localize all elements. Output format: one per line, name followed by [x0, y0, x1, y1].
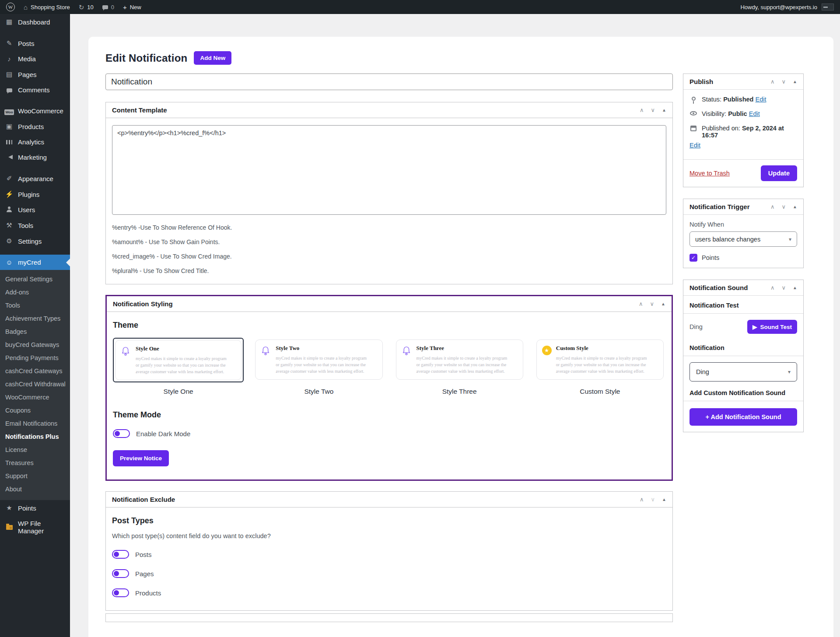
move-up-icon[interactable]: ∧ — [770, 78, 775, 85]
sidebar-item-woocommerce[interactable]: WooWooCommerce — [0, 103, 70, 119]
sidebar-item-license[interactable]: License — [0, 443, 70, 456]
collapse-icon[interactable]: ▲ — [793, 204, 797, 209]
sidebar-item-coupons[interactable]: Coupons — [0, 404, 70, 417]
content-template-textarea[interactable]: <p>%entry%</p><h1>%cred_f%</h1> — [112, 125, 666, 215]
sidebar-item-media[interactable]: ♪Media — [0, 51, 70, 66]
sidebar-item-add-ons[interactable]: Add-ons — [0, 286, 70, 299]
theme-cards: Style One myCred makes it simple to crea… — [113, 338, 665, 382]
move-down-icon[interactable]: ∨ — [651, 496, 655, 503]
theme-heading: Theme — [113, 321, 665, 330]
sidebar-item-tools[interactable]: ⚒Tools — [0, 217, 70, 233]
exclude-posts-toggle[interactable] — [112, 550, 129, 559]
comments-icon — [102, 5, 108, 9]
move-down-icon[interactable]: ∨ — [782, 78, 786, 85]
move-up-icon[interactable]: ∧ — [639, 301, 643, 307]
theme-card-labels: Style One Style Two Style Three Custom S… — [113, 388, 665, 396]
sidebar-item-about[interactable]: About — [0, 483, 70, 496]
sidebar-item-posts[interactable]: ✎Posts — [0, 35, 70, 51]
sidebar-item-pending-payments[interactable]: Pending Payments — [0, 351, 70, 364]
sidebar-item-comments[interactable]: Comments — [0, 82, 70, 98]
notify-when-select[interactable]: users balance changes ▾ — [690, 231, 797, 247]
sound-test-button[interactable]: ▶ Sound Test — [747, 320, 797, 334]
move-up-icon[interactable]: ∧ — [770, 284, 775, 291]
new-content-button[interactable]: + New — [123, 4, 141, 10]
products-icon: ▣ — [4, 122, 14, 130]
notify-when-label: Notify When — [690, 221, 797, 228]
marketing-icon — [4, 154, 14, 161]
sidebar-item-mycred-tools[interactable]: Tools — [0, 299, 70, 312]
notification-title-input[interactable] — [105, 74, 673, 90]
theme-card-custom-style[interactable]: ★ Custom Style myCred makes it simple to… — [535, 338, 665, 382]
theme-card-style-one[interactable]: Style One myCred makes it simple to crea… — [113, 338, 244, 382]
move-up-icon[interactable]: ∧ — [640, 107, 644, 113]
sidebar-item-general-settings[interactable]: General Settings — [0, 273, 70, 286]
sidebar-item-dashboard[interactable]: ▦Dashboard — [0, 14, 70, 30]
collapse-icon[interactable]: ▲ — [662, 497, 666, 502]
sidebar-item-wp-file-manager[interactable]: WP File Manager — [0, 516, 70, 539]
sidebar-item-notifications-plus[interactable]: Notifications Plus — [0, 430, 70, 443]
comments-icon — [4, 86, 14, 94]
content-template-header: Content Template ∧ ∨ ▲ — [106, 102, 672, 118]
preview-notice-button[interactable]: Preview Notice — [113, 450, 169, 466]
updates-icon: ↻ — [79, 4, 84, 10]
sidebar-item-cashcred-withdrawal[interactable]: cashCred Withdrawal — [0, 378, 70, 391]
move-to-trash-link[interactable]: Move to Trash — [690, 170, 730, 177]
sidebar-item-support[interactable]: Support — [0, 469, 70, 483]
bell-icon — [261, 345, 271, 374]
add-custom-sound-label: Add Custom Notification Sound — [683, 389, 803, 401]
wordpress-logo[interactable]: W — [6, 3, 15, 11]
sidebar-item-buycred-gateways[interactable]: buyCred Gateways — [0, 338, 70, 351]
dark-mode-toggle[interactable] — [113, 429, 130, 438]
sidebar-item-points[interactable]: ★Points — [0, 500, 70, 516]
site-name-link[interactable]: ⌂ Shopping Store — [24, 4, 70, 10]
sidebar-item-users[interactable]: Users — [0, 202, 70, 217]
sidebar-item-mycred-woocommerce[interactable]: WooCommerce — [0, 391, 70, 404]
comments-indicator[interactable]: 0 — [102, 4, 114, 10]
exclude-products-toggle[interactable] — [112, 588, 129, 597]
sidebar-item-marketing[interactable]: Marketing — [0, 150, 70, 165]
sidebar-item-achievement-types[interactable]: Achievement Types — [0, 312, 70, 325]
sidebar-item-appearance[interactable]: ✐Appearance — [0, 171, 70, 186]
exclude-posts-label: Posts — [135, 551, 152, 558]
move-up-icon[interactable]: ∧ — [770, 203, 775, 210]
updates-indicator[interactable]: ↻ 10 — [79, 4, 94, 10]
update-button[interactable]: Update — [761, 165, 797, 181]
howdy-text[interactable]: Howdy, support@wpexperts.io — [740, 4, 817, 10]
sidebar-item-cashcred-gateways[interactable]: cashCred Gateways — [0, 364, 70, 378]
sidebar-item-pages[interactable]: ▤Pages — [0, 66, 70, 82]
add-notification-sound-button[interactable]: + Add Notification Sound — [690, 408, 797, 426]
collapse-icon[interactable]: ▲ — [793, 285, 797, 290]
page-title: Edit Notification — [105, 52, 187, 64]
move-down-icon[interactable]: ∨ — [650, 301, 654, 307]
woocommerce-icon: Woo — [4, 107, 14, 115]
sidebar-item-plugins[interactable]: ⚡Plugins — [0, 186, 70, 202]
move-up-icon[interactable]: ∧ — [640, 496, 644, 503]
theme-card-style-three[interactable]: Style Three myCred makes it simple to cr… — [394, 338, 525, 382]
edit-visibility-link[interactable]: Edit — [749, 110, 760, 117]
move-down-icon[interactable]: ∨ — [782, 203, 786, 210]
settings-icon: ⚙ — [4, 237, 14, 245]
theme-card-style-two[interactable]: Style Two myCred makes it simple to crea… — [253, 338, 384, 382]
move-down-icon[interactable]: ∨ — [651, 107, 655, 113]
post-types-heading: Post Types — [112, 516, 666, 525]
avatar — [822, 4, 834, 10]
exclude-pages-toggle[interactable] — [112, 569, 129, 578]
visibility-row: Visibility: Public Edit — [690, 110, 797, 117]
sidebar-item-mycred[interactable]: ☺myCred — [0, 255, 70, 270]
sidebar-item-badges[interactable]: Badges — [0, 325, 70, 338]
collapse-icon[interactable]: ▲ — [661, 301, 665, 306]
move-down-icon[interactable]: ∨ — [782, 284, 786, 291]
sidebar-item-email-notifications[interactable]: Email Notifications — [0, 417, 70, 430]
notification-sound-select[interactable]: Ding ▾ — [690, 362, 797, 382]
edit-status-link[interactable]: Edit — [756, 96, 766, 103]
main-content: Screen Options ▼ Edit Notification Add N… — [70, 0, 840, 637]
sidebar-item-products[interactable]: ▣Products — [0, 119, 70, 134]
sidebar-item-treasures[interactable]: Treasures — [0, 456, 70, 469]
collapse-icon[interactable]: ▲ — [793, 79, 797, 84]
collapse-icon[interactable]: ▲ — [662, 108, 666, 112]
points-checkbox[interactable]: ✓ — [690, 254, 697, 262]
sidebar-item-analytics[interactable]: Analytics — [0, 134, 70, 150]
edit-published-date-link[interactable]: Edit — [690, 142, 700, 149]
add-new-button[interactable]: Add New — [194, 51, 231, 65]
sidebar-item-settings[interactable]: ⚙Settings — [0, 233, 70, 249]
